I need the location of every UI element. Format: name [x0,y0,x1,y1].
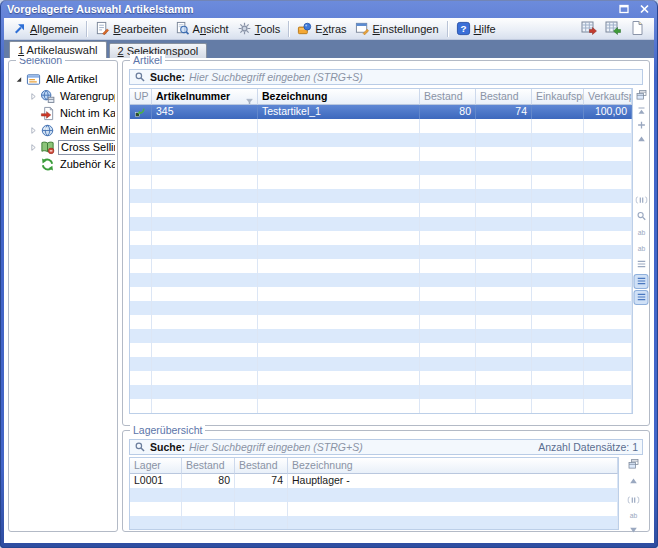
table-row-empty[interactable] [130,231,632,245]
tree-item-label: Warengruppen [58,90,115,103]
cell-artikelnummer [152,343,258,357]
table-row-empty[interactable] [130,217,632,231]
cell-bestand [182,488,235,502]
column-header-bezeichnung[interactable]: Bezeichnung [288,458,618,474]
column-header-einkaufspreis[interactable]: Einkaufspreis [532,89,584,105]
column-chooser-button[interactable] [627,458,640,471]
toolbar: AllgemeinBearbeitenAnsichtToolsExtrasEin… [4,18,654,40]
list-view-button[interactable] [635,291,648,304]
list-small-button[interactable] [635,258,648,271]
column-header-lager[interactable]: Lager [130,458,182,474]
cell-bestand_kalk [476,357,532,371]
lager-search-bar[interactable]: Suche: Hier Suchbegriff eingeben (STRG+S… [129,439,643,455]
settings-icon [355,21,370,36]
column-header-bestand-kalk-[interactable]: Bestand Kalk. [476,89,532,105]
expander-closed-icon[interactable] [28,91,39,102]
tree-item-label: Nicht im Katalog [58,107,115,120]
cell-einkaufspreis [532,329,584,343]
column-header-up[interactable]: UP [130,89,152,105]
table-row-empty[interactable] [130,133,632,147]
table-row-empty[interactable] [130,119,632,133]
cell-bezeichnung [258,175,420,189]
artikel-search-placeholder: Hier Suchbegriff eingeben (STRG+S) [189,71,363,83]
cell-up [130,175,152,189]
down-small-button[interactable] [627,524,640,537]
tree-item-zubehör-katalog[interactable]: Zubehör Katalog [11,156,115,173]
cell-bestand [420,217,476,231]
tab-1-artikelauswahl[interactable]: 1 Artikelauswahl [9,41,107,58]
column-header-verkaufspreis[interactable]: Verkaufspreis [584,89,632,105]
cell-bezeichnung [258,357,420,371]
table-row-empty[interactable] [130,147,632,161]
table-row-empty[interactable] [130,343,632,357]
letters-small-button[interactable]: ab [627,509,640,522]
column-header-bestand-kalk-[interactable]: Bestand Kalk. [235,458,288,474]
restore-button[interactable] [618,3,631,15]
tree-item-nicht-im-katalog[interactable]: Nicht im Katalog [11,105,115,122]
table-row-empty[interactable] [130,329,632,343]
grid-import-button[interactable] [605,20,622,37]
tree-item-warengruppen[interactable]: Warengruppen [11,88,115,105]
toolbar-item-extras[interactable]: Extras [293,19,350,38]
table-row-empty[interactable] [130,245,632,259]
row-marker-icon [134,106,146,118]
table-row-empty[interactable] [130,357,632,371]
selektion-tree: Alle ArtikelWarengruppenNicht im Katalog… [11,71,115,529]
close-button[interactable] [638,3,651,15]
filter-icon[interactable] [245,94,254,101]
expander-closed-icon[interactable] [28,142,39,153]
cell-lager [130,502,182,516]
table-row-empty[interactable] [130,301,632,315]
list-view-button[interactable] [635,275,648,288]
table-row[interactable]: 345Testartikel_18074100,00 [130,105,632,119]
table-row-empty[interactable] [130,203,632,217]
table-row-empty[interactable] [130,287,632,301]
toolbar-item-hilfe[interactable]: ?Hilfe [452,19,500,38]
toolbar-item-allgemein[interactable]: Allgemein [8,19,82,38]
toolbar-item-bearbeiten[interactable]: Bearbeiten [91,19,170,38]
table-row-empty[interactable] [130,516,618,530]
column-header-bestand[interactable]: Bestand [420,89,476,105]
artikel-search-bar[interactable]: Suche: Hier Suchbegriff eingeben (STRG+S… [129,69,643,85]
cell-einkaufspreis [532,259,584,273]
table-row-empty[interactable] [130,315,632,329]
table-row-empty[interactable] [130,399,632,413]
table-row-empty[interactable] [130,488,618,502]
titlebar[interactable]: Vorgelagerte Auswahl Artikelstamm [0,0,658,18]
letters-small-button[interactable]: ab [635,226,648,239]
toolbar-item-ansicht[interactable]: Ansicht [171,19,233,38]
column-header-bezeichnung[interactable]: Bezeichnung [258,89,420,105]
expander-open-icon[interactable] [14,74,25,85]
table-row-empty[interactable] [130,273,632,287]
expander-closed-icon[interactable] [28,125,39,136]
table-row-empty[interactable] [130,502,618,516]
cell-bezeichnung [258,399,420,413]
search-small-button[interactable] [635,210,648,223]
restore-icon [619,0,630,18]
column-header-artikelnummer[interactable]: Artikelnummer [152,89,258,105]
up-small-button[interactable] [627,475,640,488]
tree-item-mein-enmida[interactable]: Mein enMida [11,122,115,139]
letters-small-button[interactable]: ab [635,242,648,255]
cell-bestand: 80 [182,474,235,488]
column-chooser-button[interactable] [635,89,648,102]
table-row-empty[interactable] [130,161,632,175]
tree-item-cross-selling-katalog[interactable]: Cross Selling Katalog [11,139,115,156]
cell-bestand_kalk [476,273,532,287]
toolbar-item-tools[interactable]: Tools [233,19,285,38]
cell-artikelnummer [152,357,258,371]
new-page-button[interactable] [629,20,646,37]
tree-item-alle-artikel[interactable]: Alle Artikel [11,71,115,88]
table-row-empty[interactable] [130,385,632,399]
table-row-empty[interactable] [130,259,632,273]
table-row-empty[interactable] [130,175,632,189]
columns-small-button[interactable] [635,194,648,207]
table-row-empty[interactable] [130,189,632,203]
table-row-empty[interactable] [130,371,632,385]
column-header-bestand[interactable]: Bestand [182,458,235,474]
toolbar-item-einstellungen[interactable]: Einstellungen [351,19,443,38]
up-small-button[interactable] [635,133,648,146]
columns-small-button[interactable] [627,494,640,507]
grid-export-button[interactable] [581,20,598,37]
table-row[interactable]: L00018074Hauptlager - [130,474,618,488]
